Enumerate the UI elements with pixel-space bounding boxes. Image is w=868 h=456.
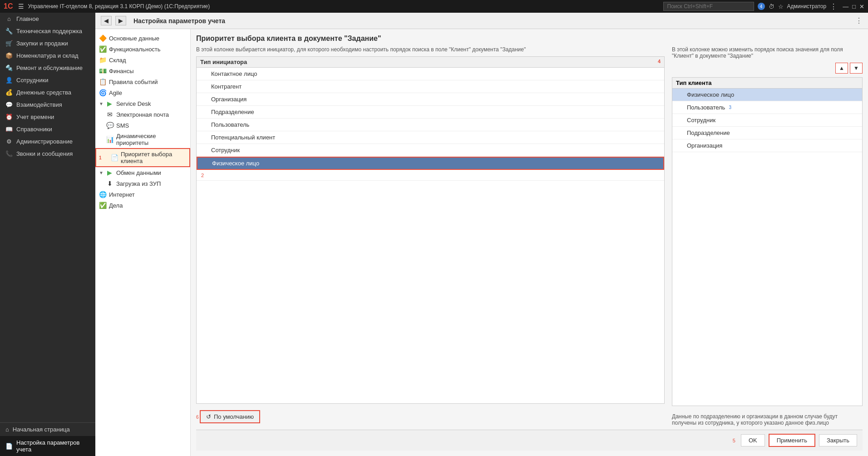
table-row[interactable]: Подразделение bbox=[197, 106, 664, 119]
tree-item-obmen[interactable]: ▼ ▶ Обмен данными bbox=[95, 167, 190, 178]
notification-badge[interactable]: 4 bbox=[758, 3, 765, 10]
tree-item-priority[interactable]: 1 📄 Приоритет выбора клиента bbox=[95, 148, 190, 167]
tree-item-zagruzka[interactable]: ⬇ Загрузка из ЗУП bbox=[95, 178, 190, 189]
row-text: Сотрудник bbox=[211, 147, 240, 154]
favorites-icon[interactable]: ☆ bbox=[778, 3, 784, 10]
tree-item-label: Финансы bbox=[109, 68, 134, 74]
phone-icon: 📞 bbox=[5, 150, 13, 157]
tree-item-osnovnye[interactable]: 🔶 Основные данные bbox=[95, 33, 190, 44]
sidebar-item-glavnoe[interactable]: ⌂ Главное bbox=[0, 13, 95, 25]
left-col-description: В этой колонке выбирается инициатор, для… bbox=[196, 46, 665, 53]
sidebar-item-label: Взаимодействия bbox=[16, 101, 62, 108]
tree-item-label: Интернет bbox=[109, 191, 135, 198]
right-table-row[interactable]: Пользователь 3 bbox=[672, 101, 862, 114]
sidebar-item-denezhnye[interactable]: 💰 Денежные средства bbox=[0, 86, 95, 99]
sidebar-home-page[interactable]: ⌂ Начальная страница bbox=[0, 423, 95, 436]
content-toolbar: ◀ ▶ Настройка параметров учета ⋮ bbox=[95, 13, 868, 29]
app-logo: 1С bbox=[4, 2, 13, 10]
right-table-row[interactable]: Организация bbox=[672, 139, 862, 152]
more-icon[interactable]: ⋮ bbox=[855, 16, 863, 25]
sidebar-item-label: Техническая поддержка bbox=[16, 28, 82, 35]
pravila-icon: 📋 bbox=[99, 78, 106, 85]
table-row-empty[interactable]: 2 bbox=[197, 170, 664, 181]
table-row[interactable]: Потенциальный клиент bbox=[197, 131, 664, 144]
table-row[interactable]: Контактное лицо bbox=[197, 68, 664, 80]
bottom-bar: 5 OK Применить Закрыть bbox=[196, 430, 863, 451]
close-button[interactable]: ✕ bbox=[859, 3, 864, 10]
tree-item-pravila[interactable]: 📋 Правила событий bbox=[95, 76, 190, 87]
tree-item-agile[interactable]: 🌀 Agile bbox=[95, 87, 190, 98]
history-icon[interactable]: ⏱ bbox=[769, 3, 774, 10]
apply-button[interactable]: Применить bbox=[769, 434, 815, 447]
sidebar-item-remont[interactable]: 🔩 Ремонт и обслуживание bbox=[0, 62, 95, 74]
tree-panel: 🔶 Основные данные ✅ Функциональность 📁 С… bbox=[95, 29, 191, 456]
minimize-button[interactable]: — bbox=[843, 3, 848, 10]
sidebar-item-label: Номенклатура и склад bbox=[16, 52, 78, 59]
search-input[interactable] bbox=[663, 2, 754, 11]
tree-item-dela[interactable]: ✅ Дела bbox=[95, 200, 190, 211]
table-row[interactable]: Пользователь bbox=[197, 119, 664, 131]
badge-6: 6 bbox=[196, 414, 199, 419]
sidebar-item-label: Учет времени bbox=[16, 114, 54, 120]
left-header-label: Тип инициатора bbox=[200, 59, 247, 65]
tree-item-label: Склад bbox=[109, 57, 126, 64]
close-dialog-button[interactable]: Закрыть bbox=[819, 434, 857, 446]
tree-item-finansy[interactable]: 💵 Финансы bbox=[95, 65, 190, 76]
tree-item-email[interactable]: ✉ Электронная почта bbox=[95, 109, 190, 120]
ok-button[interactable]: OK bbox=[741, 434, 765, 446]
sidebar-item-label: Закупки и продажи bbox=[16, 40, 68, 47]
sidebar-item-admin[interactable]: ⚙ Администрирование bbox=[0, 135, 95, 148]
tree-item-sms[interactable]: 💬 SMS bbox=[95, 120, 190, 131]
money-icon: 💰 bbox=[5, 89, 13, 96]
default-button[interactable]: 6 ↺ По умолчанию bbox=[200, 410, 260, 423]
right-bottom-desc: Данные по подразделению и организации в … bbox=[672, 413, 863, 426]
row-text: Пользователь bbox=[687, 104, 725, 111]
right-table-row[interactable]: Сотрудник bbox=[672, 114, 862, 127]
tree-item-service-desk[interactable]: ▼ ▶ Service Desk bbox=[95, 98, 190, 109]
tree-item-func[interactable]: ✅ Функциональность bbox=[95, 44, 190, 55]
sidebar-settings-page[interactable]: 📄 Настройка параметров учета bbox=[0, 436, 95, 456]
menu-icon[interactable]: ☰ bbox=[18, 3, 24, 10]
gear-icon: ⚙ bbox=[5, 138, 13, 145]
sidebar-bottom-label: Начальная страница bbox=[13, 426, 70, 433]
clock-icon: ⏰ bbox=[5, 114, 13, 120]
arrow-up-button[interactable]: ▲ bbox=[835, 63, 848, 74]
sidebar-item-nomenklatura[interactable]: 📦 Номенклатура и склад bbox=[0, 50, 95, 62]
tree-item-dynamic[interactable]: 📊 Динамические приоритеты bbox=[95, 131, 190, 148]
forward-button[interactable]: ▶ bbox=[115, 16, 126, 25]
tree-item-label: Обмен данными bbox=[116, 169, 161, 176]
topbar-settings-icon[interactable]: ⋮ bbox=[830, 2, 837, 11]
sidebar-item-uchet[interactable]: ⏰ Учет времени bbox=[0, 111, 95, 123]
tree-item-internet[interactable]: 🌐 Интернет bbox=[95, 189, 190, 200]
tree-item-sklad[interactable]: 📁 Склад bbox=[95, 55, 190, 65]
sidebar-item-spravochniki[interactable]: 📖 Справочники bbox=[0, 123, 95, 135]
tree-item-label: Электронная почта bbox=[116, 111, 169, 118]
maximize-button[interactable]: □ bbox=[852, 3, 856, 10]
sidebar-item-tech-support[interactable]: 🔧 Техническая поддержка bbox=[0, 25, 95, 37]
sidebar-item-label: Сотрудники bbox=[16, 77, 48, 84]
row-text: Сотрудник bbox=[687, 117, 715, 124]
sidebar-item-sotrudniki[interactable]: 👤 Сотрудники bbox=[0, 74, 95, 86]
tree-item-label: Основные данные bbox=[109, 35, 159, 42]
arrow-down-button[interactable]: ▼ bbox=[850, 63, 863, 74]
right-table-row[interactable]: Подразделение bbox=[672, 127, 862, 139]
right-table-row-selected[interactable]: Физическое лицо bbox=[672, 89, 862, 101]
row-text: Контактное лицо bbox=[211, 70, 257, 77]
doc-icon: 📄 bbox=[5, 443, 13, 450]
default-btn-label: По умолчанию bbox=[214, 413, 254, 420]
table-row[interactable]: Организация bbox=[197, 93, 664, 106]
row-text: Подразделение bbox=[687, 129, 730, 136]
table-row[interactable]: Сотрудник bbox=[197, 144, 664, 157]
back-button[interactable]: ◀ bbox=[101, 16, 112, 25]
sidebar-item-zvonki[interactable]: 📞 Звонки и сообщения bbox=[0, 148, 95, 160]
right-table-header: Тип клиента bbox=[672, 78, 862, 89]
sidebar-item-zakupki[interactable]: 🛒 Закупки и продажи bbox=[0, 37, 95, 50]
finansy-icon: 💵 bbox=[99, 67, 106, 74]
email-icon: ✉ bbox=[106, 111, 113, 118]
right-col-description: В этой колонке можно изменить порядок по… bbox=[672, 46, 863, 59]
table-row[interactable]: Контрагент bbox=[197, 80, 664, 93]
table-row-selected[interactable]: Физическое лицо bbox=[197, 157, 664, 170]
content-area: ◀ ▶ Настройка параметров учета ⋮ 🔶 Основ… bbox=[95, 13, 868, 456]
sidebar-item-label: Денежные средства bbox=[16, 89, 71, 96]
sidebar-item-vzaimodeistviya[interactable]: 💬 Взаимодействия bbox=[0, 99, 95, 111]
